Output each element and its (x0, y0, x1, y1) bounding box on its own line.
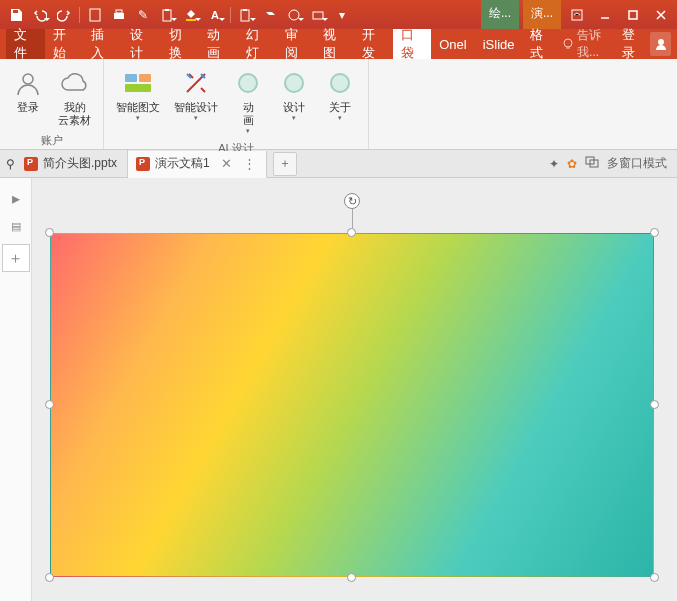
paste-icon[interactable] (155, 3, 179, 27)
slide-editor: ▸ ▤ ＋ (0, 178, 677, 601)
new-doc-icon[interactable] (83, 3, 107, 27)
svg-point-15 (658, 39, 664, 45)
rotation-handle[interactable] (344, 193, 360, 209)
tab-format[interactable]: 格式 (522, 29, 561, 59)
tab-dev[interactable]: 开发 (354, 29, 393, 59)
tab-menu-icon[interactable]: ⋮ (243, 156, 256, 171)
gear-icon[interactable]: ✿ (567, 157, 577, 171)
about-button[interactable]: 关于 ▾ (320, 63, 360, 126)
svg-rect-3 (163, 10, 171, 21)
ribbon: 登录 我的 云素材 账户 智能图文 ▾ 智能设计 ▾ 动 画 (0, 59, 677, 150)
smart-graphic-icon (122, 67, 154, 99)
resize-handle-br[interactable] (650, 573, 659, 582)
svg-rect-19 (125, 84, 151, 92)
print-icon[interactable] (107, 3, 131, 27)
tab-onekey[interactable]: Onel (431, 29, 474, 59)
shape-tool-icon[interactable] (282, 3, 306, 27)
tab-pocket[interactable]: 口袋 (393, 29, 432, 59)
svg-rect-0 (90, 9, 100, 21)
login-button[interactable]: 登录 (8, 63, 48, 118)
save-icon[interactable] (4, 3, 28, 27)
expand-rail-icon[interactable]: ▸ (2, 184, 30, 212)
font-color-icon[interactable]: A (203, 3, 227, 27)
tab-file[interactable]: 文件 (6, 29, 45, 59)
svg-rect-18 (139, 74, 151, 82)
ai-design-button[interactable]: 设计 ▾ (274, 63, 314, 126)
lightbulb-icon (561, 37, 573, 51)
user-icon (12, 67, 44, 99)
magic-icon[interactable]: ✦ (549, 157, 559, 171)
resize-handle-tl[interactable] (45, 228, 54, 237)
outline-icon[interactable]: ▤ (2, 212, 30, 240)
context-tab-drawing[interactable]: 绘... (481, 0, 519, 29)
svg-rect-4 (165, 9, 169, 11)
ai-animation-button[interactable]: 动 画 ▾ (228, 63, 268, 139)
multi-window-label[interactable]: 多窗口模式 (607, 155, 667, 172)
close-icon[interactable] (649, 3, 673, 27)
tab-insert[interactable]: 插入 (83, 29, 122, 59)
ribbon-group-ai-design: 智能图文 ▾ 智能设计 ▾ 动 画 ▾ 设计 ▾ 关于 ▾ (104, 59, 369, 149)
gradient-rectangle-shape[interactable] (50, 233, 654, 577)
object-tool-icon[interactable] (306, 3, 330, 27)
ribbon-group-account: 登录 我的 云素材 账户 (0, 59, 104, 149)
login-link[interactable]: 登录 (622, 26, 644, 62)
svg-rect-12 (629, 11, 637, 19)
document-tab-label: 演示文稿1 (155, 155, 210, 172)
selected-shape[interactable] (50, 233, 654, 577)
cloud-assets-button[interactable]: 我的 云素材 (54, 63, 95, 131)
tab-view[interactable]: 视图 (315, 29, 354, 59)
svg-rect-5 (186, 19, 196, 21)
resize-handle-ml[interactable] (45, 400, 54, 409)
circle-shape-icon (232, 67, 264, 99)
document-tab[interactable]: 演示文稿1 ✕ ⋮ (128, 151, 267, 178)
new-tab-button[interactable]: ＋ (273, 152, 297, 176)
smart-design-button[interactable]: 智能设计 ▾ (170, 63, 222, 126)
tell-me-search[interactable]: 告诉我... (561, 27, 616, 61)
clipboard-icon[interactable] (234, 3, 258, 27)
pin-icon[interactable]: ⚲ (6, 157, 15, 171)
svg-rect-17 (125, 74, 137, 82)
tab-animation[interactable]: 动画 (199, 29, 238, 59)
svg-point-13 (564, 39, 572, 47)
group-label: 账户 (41, 133, 63, 148)
minimize-icon[interactable] (593, 3, 617, 27)
resize-handle-tr[interactable] (650, 228, 659, 237)
highlight-icon[interactable]: ✎ (131, 3, 155, 27)
rotation-connector (352, 209, 353, 228)
resize-handle-tm[interactable] (347, 228, 356, 237)
resize-handle-bl[interactable] (45, 573, 54, 582)
ribbon-collapse-icon[interactable] (565, 3, 589, 27)
chevron-down-icon: ▾ (338, 114, 342, 122)
tab-transition[interactable]: 切换 (161, 29, 200, 59)
smart-design-icon (180, 67, 212, 99)
chevron-down-icon: ▾ (292, 114, 296, 122)
document-tab-bar: ⚲ 简介头图.pptx 演示文稿1 ✕ ⋮ ＋ ✦ ✿ 多窗口模式 (0, 150, 677, 178)
powerpoint-doc-icon (136, 157, 150, 171)
svg-rect-9 (313, 12, 323, 19)
tab-slideshow[interactable]: 幻灯 (238, 29, 277, 59)
quick-access-toolbar: ✎ A ▾ (4, 3, 354, 27)
chevron-down-icon: ▾ (136, 114, 140, 122)
resize-handle-bm[interactable] (347, 573, 356, 582)
undo-icon[interactable] (28, 3, 52, 27)
close-tab-icon[interactable]: ✕ (221, 156, 232, 171)
redo-icon[interactable] (52, 3, 76, 27)
multi-window-icon[interactable] (585, 156, 599, 171)
menu-bar: 文件 开始 插入 设计 切换 动画 幻灯 审阅 视图 开发 口袋 Onel iS… (0, 29, 677, 59)
tab-review[interactable]: 审阅 (277, 29, 316, 59)
context-tab-present[interactable]: 演... (523, 0, 561, 29)
qat-more-icon[interactable]: ▾ (330, 3, 354, 27)
user-icon[interactable] (650, 32, 671, 56)
document-tab[interactable]: ⚲ 简介头图.pptx (0, 150, 128, 177)
resize-handle-mr[interactable] (650, 400, 659, 409)
eraser-icon[interactable] (258, 3, 282, 27)
maximize-icon[interactable] (621, 3, 645, 27)
chevron-down-icon: ▾ (194, 114, 198, 122)
tab-islide[interactable]: iSlide (475, 29, 523, 59)
slide-thumbnail-rail: ▸ ▤ ＋ (0, 178, 32, 601)
tab-start[interactable]: 开始 (45, 29, 84, 59)
smart-graphic-button[interactable]: 智能图文 ▾ (112, 63, 164, 126)
fill-color-icon[interactable] (179, 3, 203, 27)
tab-design[interactable]: 设计 (122, 29, 161, 59)
add-slide-button[interactable]: ＋ (2, 244, 30, 272)
